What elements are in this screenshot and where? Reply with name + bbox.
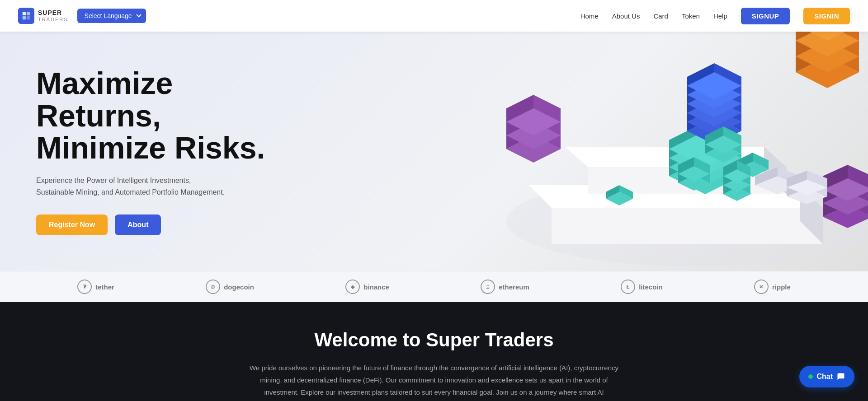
welcome-section: Welcome to Super Traders We pride oursel…: [0, 302, 868, 401]
crypto-dogecoin: Ð dogecoin: [206, 280, 254, 294]
logo-super: SUPER: [38, 9, 68, 16]
ethereum-label: ethereum: [499, 283, 529, 291]
crypto-litecoin: Ł litecoin: [621, 280, 663, 294]
crypto-ripple: ✕ ripple: [754, 280, 791, 294]
svg-marker-5: [552, 208, 823, 244]
svg-rect-2: [23, 16, 26, 19]
svg-rect-3: [27, 16, 30, 19]
crypto-tether: ₮ tether: [77, 280, 114, 294]
chat-status-dot: [808, 374, 813, 379]
litecoin-label: litecoin: [639, 283, 663, 291]
3d-illustration: [416, 32, 868, 271]
ripple-label: ripple: [772, 283, 791, 291]
register-now-button[interactable]: Register Now: [36, 214, 108, 235]
hero-title-line2: Returns,: [36, 98, 161, 133]
welcome-title: Welcome to Super Traders: [36, 329, 832, 351]
nav-token[interactable]: Token: [682, 12, 700, 20]
hero-title: Maximize Returns, Minimize Risks.: [36, 67, 265, 164]
hero-section: Maximize Returns, Minimize Risks. Experi…: [0, 32, 868, 271]
hero-title-line1: Maximize: [36, 66, 173, 100]
language-select[interactable]: Select LanguageEnglishSpanishFrenchGerma…: [77, 9, 146, 23]
chat-button[interactable]: Chat: [799, 366, 854, 387]
binance-icon: ◈: [345, 280, 360, 294]
navbar-left: SUPER TRADERS Select LanguageEnglishSpan…: [18, 8, 146, 24]
about-button[interactable]: About: [115, 214, 161, 235]
svg-rect-1: [27, 12, 30, 15]
navbar-right: Home About Us Card Token Help SIGNUP SIG…: [580, 8, 850, 24]
hero-3d-scene: [416, 32, 868, 271]
nav-card[interactable]: Card: [653, 12, 668, 20]
welcome-text: We pride ourselves on pioneering the fut…: [249, 362, 619, 401]
ripple-icon: ✕: [754, 280, 769, 294]
signin-button[interactable]: SIGNIN: [803, 8, 850, 24]
nav-home[interactable]: Home: [580, 12, 599, 20]
tether-label: tether: [95, 283, 114, 291]
hero-buttons: Register Now About: [36, 214, 265, 235]
ethereum-icon: Ξ: [481, 280, 495, 294]
dogecoin-icon: Ð: [206, 280, 220, 294]
crypto-ethereum: Ξ ethereum: [481, 280, 529, 294]
chat-icon: [836, 372, 845, 381]
navbar: SUPER TRADERS Select LanguageEnglishSpan…: [0, 0, 868, 32]
signup-button[interactable]: SIGNUP: [741, 8, 790, 24]
litecoin-icon: Ł: [621, 280, 635, 294]
tether-icon: ₮: [77, 280, 92, 294]
logo-icon: [18, 8, 34, 24]
chat-label: Chat: [816, 373, 833, 381]
logo-traders: TRADERS: [38, 17, 68, 22]
nav-help[interactable]: Help: [713, 12, 727, 20]
nav-about-us[interactable]: About Us: [612, 12, 640, 20]
svg-rect-0: [23, 12, 26, 15]
crypto-strip: ₮ tether Ð dogecoin ◈ binance Ξ ethereum…: [0, 271, 868, 302]
binance-label: binance: [363, 283, 389, 291]
logo-text: SUPER TRADERS: [38, 9, 68, 22]
hero-title-line3: Minimize Risks.: [36, 131, 265, 165]
hero-content: Maximize Returns, Minimize Risks. Experi…: [0, 40, 301, 262]
dogecoin-label: dogecoin: [224, 283, 254, 291]
logo: SUPER TRADERS: [18, 8, 68, 24]
crypto-binance: ◈ binance: [345, 280, 389, 294]
hero-subtitle: Experience the Power of Intelligent Inve…: [36, 175, 226, 198]
